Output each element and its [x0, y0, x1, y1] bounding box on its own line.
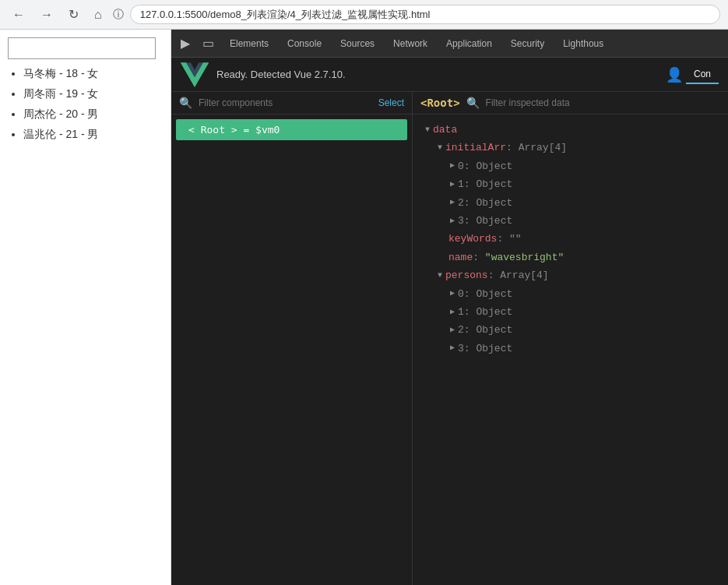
- list-item: 马冬梅 - 18 - 女: [23, 67, 163, 81]
- reload-button[interactable]: ↻: [64, 5, 83, 23]
- data-panel-header: <Root> 🔍: [413, 92, 728, 115]
- name-value: "wavesbright": [485, 248, 564, 266]
- persons-0-row: 0: Object: [425, 285, 716, 303]
- persons-2-row: 2: Object: [425, 321, 716, 339]
- initialArr-arrow[interactable]: [438, 141, 442, 155]
- initialArr-row: initialArr : Array[4]: [425, 139, 716, 157]
- tab-security[interactable]: Security: [501, 30, 554, 57]
- initialArr-1-label: 1: Object: [458, 175, 512, 193]
- persons-1-row: 1: Object: [425, 303, 716, 321]
- data-inspector-panel: <Root> 🔍 data initialArr : Arr: [413, 92, 728, 585]
- home-button[interactable]: ⌂: [90, 6, 107, 23]
- data-tree: data initialArr : Array[4] 0: Object: [413, 115, 728, 364]
- initialArr-1-arrow[interactable]: [450, 178, 455, 192]
- devtools-tabs: ▶ ▭ Elements Console Sources Network App…: [171, 30, 728, 58]
- persons-3-row: 3: Object: [425, 340, 716, 358]
- keyWords-value: "": [509, 230, 522, 248]
- devtools-device-icon[interactable]: ▭: [196, 30, 220, 57]
- name-colon: :: [473, 248, 485, 266]
- filter-inspected-input[interactable]: [486, 97, 720, 108]
- component-tree: 🔍 Select < Root > = $vm0: [171, 92, 413, 585]
- persons-0-label: 0: Object: [458, 285, 512, 303]
- main-content: 马冬梅 - 18 - 女 周冬雨 - 19 - 女 周杰伦 - 20 - 男 温…: [0, 30, 728, 585]
- filter-components-input[interactable]: [199, 97, 372, 108]
- back-button[interactable]: ←: [8, 6, 30, 23]
- browser-bar: ← → ↻ ⌂ ⓘ: [0, 0, 728, 30]
- keyWords-key: keyWords: [448, 230, 497, 248]
- persons-2-arrow[interactable]: [450, 323, 455, 337]
- persons-3-arrow[interactable]: [450, 341, 455, 355]
- tab-elements[interactable]: Elements: [220, 30, 278, 57]
- keyWords-colon: :: [497, 230, 509, 248]
- person-icon: 👤: [666, 66, 683, 83]
- filter-search-icon[interactable]: 🔍: [466, 97, 480, 109]
- tab-console[interactable]: Console: [278, 30, 331, 57]
- initialArr-2-label: 2: Object: [458, 194, 512, 212]
- initialArr-2-arrow[interactable]: [450, 196, 455, 210]
- search-input[interactable]: [8, 37, 156, 59]
- search-icon[interactable]: 🔍: [179, 97, 192, 109]
- select-button[interactable]: Select: [378, 97, 404, 108]
- tab-network[interactable]: Network: [384, 30, 437, 57]
- data-key-label: data: [433, 121, 457, 139]
- initialArr-3-arrow[interactable]: [450, 214, 455, 228]
- persons-1-label: 1: Object: [458, 303, 512, 321]
- address-bar[interactable]: [130, 5, 720, 24]
- tab-lighthouse[interactable]: Lighthous: [554, 30, 613, 57]
- persons-key: persons: [445, 266, 488, 284]
- person-list: 马冬梅 - 18 - 女 周冬雨 - 19 - 女 周杰伦 - 20 - 男 温…: [8, 67, 163, 142]
- data-row: data: [425, 121, 716, 139]
- initialArr-colon: :: [506, 139, 519, 157]
- con-tab[interactable]: Con: [686, 65, 719, 84]
- initialArr-key: initialArr: [445, 139, 506, 157]
- persons-3-label: 3: Object: [458, 340, 512, 358]
- persons-type: Array[4]: [500, 266, 548, 284]
- initialArr-0-arrow[interactable]: [450, 159, 455, 173]
- initialArr-0-row: 0: Object: [425, 157, 716, 175]
- persons-0-arrow[interactable]: [450, 287, 455, 301]
- root-label: <Root>: [420, 97, 460, 109]
- tab-sources[interactable]: Sources: [331, 30, 384, 57]
- vue-devtools-header: Ready. Detected Vue 2.7.10. 👤 Con: [171, 58, 728, 92]
- list-item: 周杰伦 - 20 - 男: [23, 107, 163, 122]
- name-key: name: [448, 248, 473, 266]
- devtools-panel: ▶ ▭ Elements Console Sources Network App…: [171, 30, 728, 585]
- list-item: 周冬雨 - 19 - 女: [23, 87, 163, 101]
- initialArr-1-row: 1: Object: [425, 175, 716, 193]
- persons-2-label: 2: Object: [458, 321, 512, 339]
- vue-ready-text: Ready. Detected Vue 2.7.10.: [216, 69, 666, 80]
- vue-logo: [181, 61, 209, 89]
- initialArr-3-label: 3: Object: [458, 212, 512, 230]
- initialArr-3-row: 3: Object: [425, 212, 716, 230]
- component-tree-header: 🔍 Select: [171, 92, 412, 115]
- initialArr-2-row: 2: Object: [425, 194, 716, 212]
- name-row: name : "wavesbright": [425, 248, 716, 266]
- list-item: 温兆伦 - 21 - 男: [23, 128, 163, 142]
- persons-colon: :: [488, 266, 501, 284]
- web-page-panel: 马冬梅 - 18 - 女 周冬雨 - 19 - 女 周杰伦 - 20 - 男 温…: [0, 30, 171, 585]
- keyWords-row: keyWords : "": [425, 230, 716, 248]
- vue-devtools-body: 🔍 Select < Root > = $vm0 <Root> 🔍: [171, 92, 728, 585]
- tab-application[interactable]: Application: [437, 30, 501, 57]
- root-component-item[interactable]: < Root > = $vm0: [176, 119, 407, 140]
- persons-1-arrow[interactable]: [450, 305, 455, 319]
- info-icon: ⓘ: [113, 8, 124, 22]
- persons-arrow[interactable]: [438, 269, 442, 283]
- data-arrow[interactable]: [425, 123, 430, 137]
- forward-button[interactable]: →: [36, 6, 58, 23]
- initialArr-0-label: 0: Object: [458, 157, 512, 175]
- initialArr-type: Array[4]: [519, 139, 567, 157]
- devtools-inspect-icon[interactable]: ▶: [174, 30, 196, 57]
- persons-row: persons : Array[4]: [425, 266, 716, 284]
